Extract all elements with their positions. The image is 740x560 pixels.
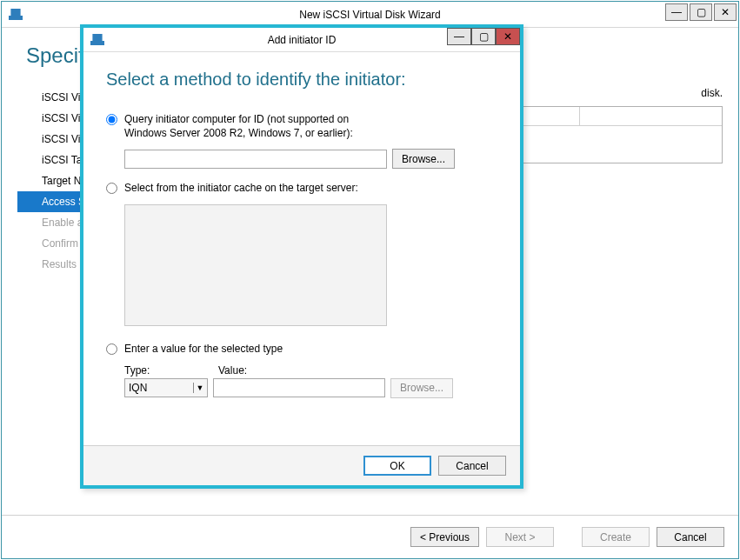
type-value-header: Type: Value: — [124, 364, 497, 377]
option-query-radio[interactable] — [106, 114, 117, 125]
dialog-body: Select a method to identify the initiato… — [83, 52, 520, 445]
dialog-cancel-button[interactable]: Cancel — [438, 456, 506, 476]
value-header: Value: — [218, 364, 247, 377]
manual-browse-button: Browse... — [390, 378, 453, 398]
maximize-button[interactable]: ▢ — [690, 3, 712, 21]
minimize-icon: — — [671, 7, 682, 17]
close-icon: ✕ — [721, 7, 730, 17]
option-cache-radio[interactable] — [106, 183, 117, 194]
type-combobox[interactable]: IQN ▼ — [124, 378, 208, 397]
dialog-titlebar: Add initiator ID — ▢ ✕ — [83, 28, 520, 52]
query-computer-input[interactable] — [124, 150, 387, 169]
option-manual-row[interactable]: Enter a value for the selected type — [106, 342, 497, 356]
dialog-minimize-button[interactable]: — — [447, 28, 471, 45]
wizard-title: New iSCSI Virtual Disk Wizard — [2, 9, 738, 21]
next-button: Next > — [486, 527, 554, 547]
chevron-down-icon: ▼ — [193, 383, 203, 393]
query-browse-button[interactable]: Browse... — [392, 149, 455, 169]
value-input[interactable] — [213, 378, 385, 397]
previous-button[interactable]: < Previous — [410, 527, 479, 547]
option-query-label: Query initiator computer for ID (not sup… — [124, 112, 394, 140]
grid-col-2[interactable] — [580, 107, 722, 125]
create-button: Create — [582, 527, 650, 547]
wizard-instruction: disk. — [701, 87, 723, 99]
option-manual-label: Enter a value for the selected type — [124, 342, 283, 356]
cancel-button[interactable]: Cancel — [657, 527, 724, 547]
dialog-caption-buttons: — ▢ ✕ — [447, 28, 520, 45]
dialog-footer: OK Cancel — [83, 445, 520, 485]
wizard-caption-buttons: — ▢ ✕ — [663, 3, 737, 21]
option-manual-radio[interactable] — [106, 343, 117, 355]
minimize-button[interactable]: — — [665, 3, 688, 21]
wizard-footer: < Previous Next > Create Cancel — [2, 515, 738, 558]
option-cache-row[interactable]: Select from the initiator cache on the t… — [106, 181, 497, 195]
type-value-row: IQN ▼ Browse... — [124, 378, 497, 398]
option-cache-label: Select from the initiator cache on the t… — [124, 181, 358, 195]
close-icon: ✕ — [503, 31, 512, 42]
minimize-icon: — — [454, 31, 464, 42]
type-header: Type: — [124, 364, 218, 377]
maximize-icon: ▢ — [697, 7, 706, 17]
maximize-icon: ▢ — [479, 31, 489, 42]
option-query-row[interactable]: Query initiator computer for ID (not sup… — [106, 112, 497, 140]
dialog-maximize-button[interactable]: ▢ — [471, 28, 496, 45]
dialog-close-button[interactable]: ✕ — [496, 28, 520, 45]
type-selected: IQN — [129, 382, 147, 394]
cache-listbox[interactable] — [124, 204, 387, 326]
query-field-row: Browse... — [124, 149, 497, 169]
dialog-heading: Select a method to identify the initiato… — [106, 70, 497, 90]
close-button[interactable]: ✕ — [714, 3, 737, 21]
add-initiator-dialog: Add initiator ID — ▢ ✕ Select a method t… — [80, 24, 523, 489]
ok-button[interactable]: OK — [363, 456, 431, 476]
